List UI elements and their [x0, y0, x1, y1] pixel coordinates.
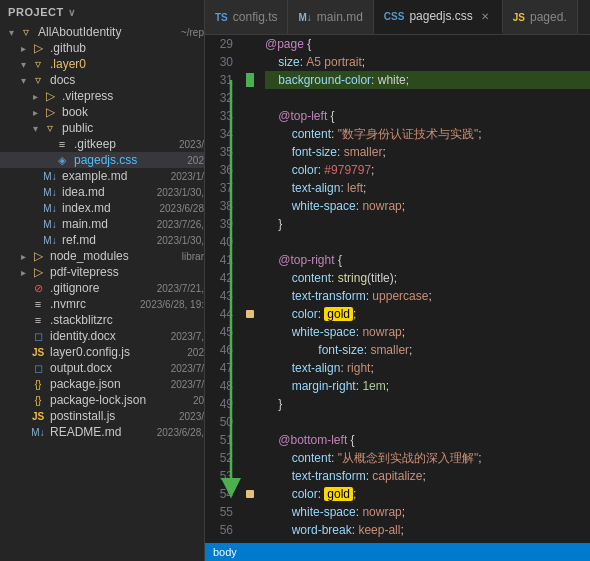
tree-icon-output-docx: ◻ — [30, 362, 46, 375]
line-num-34: 34 — [205, 125, 233, 143]
tree-chevron-docs[interactable]: ▾ — [16, 75, 30, 86]
tree-item-example-md[interactable]: M↓example.md2023/1/ — [0, 168, 204, 184]
code-token: } — [265, 217, 282, 231]
line-num-48: 48 — [205, 377, 233, 395]
tree-icon-identity-docx: ◻ — [30, 330, 46, 343]
code-token: font-size — [318, 343, 363, 357]
tree-icon-gitignore: ⊘ — [30, 282, 46, 295]
code-token: 1em — [362, 379, 385, 393]
code-token — [265, 523, 292, 537]
tree-name-pdf-vitepress: pdf-vitepress — [50, 265, 204, 279]
project-chevron[interactable]: ∨ — [68, 7, 76, 18]
gutter-area — [241, 35, 261, 543]
tree-item-book[interactable]: ▸▷book — [0, 104, 204, 120]
project-label: Project — [8, 6, 64, 18]
tree-meta-readme: 2023/6/28, — [157, 427, 204, 438]
tree-name-idea-md: idea.md — [62, 185, 153, 199]
code-token: @top-right — [278, 253, 334, 267]
tab-main-md-label: main.md — [317, 10, 363, 24]
gutter-36 — [241, 161, 261, 179]
code-token: : — [356, 505, 363, 519]
code-token: : — [331, 451, 338, 465]
tab-config-ts[interactable]: TSconfig.ts — [205, 0, 288, 34]
tree-chevron-vitepress[interactable]: ▸ — [28, 91, 42, 102]
tree-chevron-github[interactable]: ▸ — [16, 43, 30, 54]
tree-item-node-modules[interactable]: ▸▷node_moduleslibrar — [0, 248, 204, 264]
gutter-yellow-marker — [246, 490, 254, 498]
tree-item-package-lock[interactable]: {}package-lock.json20 — [0, 392, 204, 408]
code-line-36: color: #979797; — [265, 161, 590, 179]
tree-item-pdf-vitepress[interactable]: ▸▷pdf-vitepress — [0, 264, 204, 280]
line-num-42: 42 — [205, 269, 233, 287]
tree-chevron-node-modules[interactable]: ▸ — [16, 251, 30, 262]
tree-chevron-allaboutidentity[interactable]: ▾ — [4, 27, 18, 38]
tree-item-gitignore[interactable]: ⊘.gitignore2023/7/21, — [0, 280, 204, 296]
tab-pagedjs-css[interactable]: CSSpagedjs.css✕ — [374, 0, 503, 34]
line-num-54: 54 — [205, 485, 233, 503]
code-token: : — [366, 289, 373, 303]
line-num-46: 46 — [205, 341, 233, 359]
tree-name-index-md: index.md — [62, 201, 156, 215]
tree-meta-example-md: 2023/1/ — [171, 171, 204, 182]
gutter-green-marker — [246, 73, 254, 87]
tab-paged-dot[interactable]: JSpaged. — [503, 0, 578, 34]
tree-item-main-md[interactable]: M↓main.md2023/7/26, — [0, 216, 204, 232]
code-token: nowrap — [362, 199, 401, 213]
gutter-55 — [241, 503, 261, 521]
code-token: ; — [402, 505, 405, 519]
code-token: ; — [394, 271, 397, 285]
code-token: ; — [382, 145, 385, 159]
line-num-30: 30 — [205, 53, 233, 71]
tree-item-postinstall[interactable]: JSpostinstall.js2023/ — [0, 408, 204, 424]
tab-main-md[interactable]: M↓main.md — [288, 0, 373, 34]
tree-icon-example-md: M↓ — [42, 171, 58, 182]
tree-item-allaboutidentity[interactable]: ▾▿AllAboutIdentity~/rep — [0, 24, 204, 40]
code-token: color — [292, 163, 318, 177]
code-token — [265, 55, 278, 69]
tree-item-index-md[interactable]: M↓index.md2023/6/28 — [0, 200, 204, 216]
code-token: ; — [371, 163, 374, 177]
tree-chevron-public[interactable]: ▾ — [28, 123, 42, 134]
tree-item-readme[interactable]: M↓README.md2023/6/28, — [0, 424, 204, 440]
tree-item-gitkeep[interactable]: ≡.gitkeep2023/ — [0, 136, 204, 152]
tree-item-public[interactable]: ▾▿public — [0, 120, 204, 136]
tree-item-pagedjs-css[interactable]: ◈pagedjs.css202 — [0, 152, 204, 168]
code-token: ; — [422, 469, 425, 483]
tree-name-allaboutidentity: AllAboutIdentity — [38, 25, 177, 39]
code-token: : — [356, 199, 363, 213]
tree-icon-book: ▷ — [42, 105, 58, 119]
code-token — [265, 181, 292, 195]
tree-item-idea-md[interactable]: M↓idea.md2023/1/30, — [0, 184, 204, 200]
tree-name-book: book — [62, 105, 204, 119]
tree-item-ref-md[interactable]: M↓ref.md2023/1/30, — [0, 232, 204, 248]
code-line-55: white-space: nowrap; — [265, 503, 590, 521]
line-num-49: 49 — [205, 395, 233, 413]
tree-name-docs: docs — [50, 73, 204, 87]
tree-item-package-json[interactable]: {}package.json2023/7/ — [0, 376, 204, 392]
tree-item-vitepress[interactable]: ▸▷.vitepress — [0, 88, 204, 104]
tree-item-github[interactable]: ▸▷.github — [0, 40, 204, 56]
tree-item-stackblitz[interactable]: ≡.stackblitzrc — [0, 312, 204, 328]
tree-item-identity-docx[interactable]: ◻identity.docx2023/7, — [0, 328, 204, 344]
gutter-30 — [241, 53, 261, 71]
code-token: : — [352, 523, 359, 537]
editor-area: TSconfig.tsM↓main.mdCSSpagedjs.css✕JSpag… — [205, 0, 590, 561]
tree-item-layer0-config[interactable]: JSlayer0.config.js202 — [0, 344, 204, 360]
code-token: white-space — [292, 199, 356, 213]
tree-item-nvmrc[interactable]: ≡.nvmrc2023/6/28, 19: — [0, 296, 204, 312]
line-num-45: 45 — [205, 323, 233, 341]
tree-chevron-pdf-vitepress[interactable]: ▸ — [16, 267, 30, 278]
tree-meta-index-md: 2023/6/28 — [160, 203, 205, 214]
tree-icon-idea-md: M↓ — [42, 187, 58, 198]
tree-chevron-book[interactable]: ▸ — [28, 107, 42, 118]
tree-item-output-docx[interactable]: ◻output.docx2023/7/ — [0, 360, 204, 376]
tree-icon-node-modules: ▷ — [30, 249, 46, 263]
tree-chevron-layer0[interactable]: ▾ — [16, 59, 30, 70]
tree-item-docs[interactable]: ▾▿docs — [0, 72, 204, 88]
tree-item-layer0[interactable]: ▾▿.layer0 — [0, 56, 204, 72]
tab-paged-dot-icon: JS — [513, 12, 525, 23]
gutter-34 — [241, 125, 261, 143]
code-token: ; — [386, 379, 389, 393]
tab-pagedjs-css-close[interactable]: ✕ — [478, 9, 492, 23]
code-token — [265, 505, 292, 519]
